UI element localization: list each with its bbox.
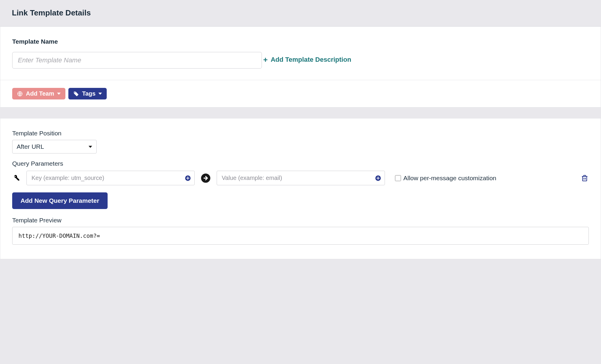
tags-button[interactable]: Tags xyxy=(68,88,107,99)
position-panel: Template Position After URL Query Parame… xyxy=(0,118,601,259)
meta-button-row: Add Team Tags xyxy=(0,80,601,107)
template-name-section: Template Name + Add Template Description xyxy=(0,27,601,80)
chevron-down-icon xyxy=(89,146,92,148)
position-select[interactable]: After URL xyxy=(12,140,97,153)
query-param-row: Allow per-message customization xyxy=(12,171,589,185)
allow-custom-checkbox[interactable] xyxy=(395,175,401,181)
value-input-wrap xyxy=(217,171,385,185)
value-input[interactable] xyxy=(217,171,385,185)
preview-output: http://YOUR-DOMAIN.com?= xyxy=(12,227,589,245)
page-title: Link Template Details xyxy=(12,8,589,18)
globe-icon xyxy=(17,91,23,97)
tag-icon xyxy=(73,91,79,97)
preview-value: http://YOUR-DOMAIN.com?= xyxy=(18,232,100,239)
svg-rect-4 xyxy=(583,176,587,181)
chevron-down-icon xyxy=(57,93,61,95)
key-input[interactable] xyxy=(26,171,195,185)
chevron-down-icon xyxy=(98,93,102,95)
tags-label: Tags xyxy=(82,90,95,97)
template-name-label: Template Name xyxy=(12,38,589,45)
template-name-input[interactable] xyxy=(12,52,262,69)
key-input-wrap xyxy=(26,171,195,185)
add-team-label: Add Team xyxy=(26,90,54,97)
allow-custom-label: Allow per-message customization xyxy=(403,175,496,182)
key-icon xyxy=(12,174,21,182)
add-team-button[interactable]: Add Team xyxy=(12,88,65,99)
delete-row-button[interactable] xyxy=(580,174,589,183)
add-description-label: Add Template Description xyxy=(271,56,351,64)
add-key-icon[interactable] xyxy=(185,175,191,181)
plus-icon: + xyxy=(263,56,268,64)
arrow-right-icon xyxy=(201,173,211,183)
add-query-param-button[interactable]: Add New Query Parameter xyxy=(12,192,108,209)
page-header: Link Template Details xyxy=(0,0,601,27)
position-label: Template Position xyxy=(12,130,589,137)
allow-custom-checkbox-wrap[interactable]: Allow per-message customization xyxy=(395,175,496,182)
query-params-label: Query Parameters xyxy=(12,160,589,167)
add-description-button[interactable]: + Add Template Description xyxy=(263,56,351,64)
details-panel: Template Name + Add Template Description… xyxy=(0,27,601,107)
add-query-param-label: Add New Query Parameter xyxy=(21,197,99,204)
preview-label: Template Preview xyxy=(12,217,589,224)
add-value-icon[interactable] xyxy=(375,175,381,181)
position-selected: After URL xyxy=(17,143,44,150)
